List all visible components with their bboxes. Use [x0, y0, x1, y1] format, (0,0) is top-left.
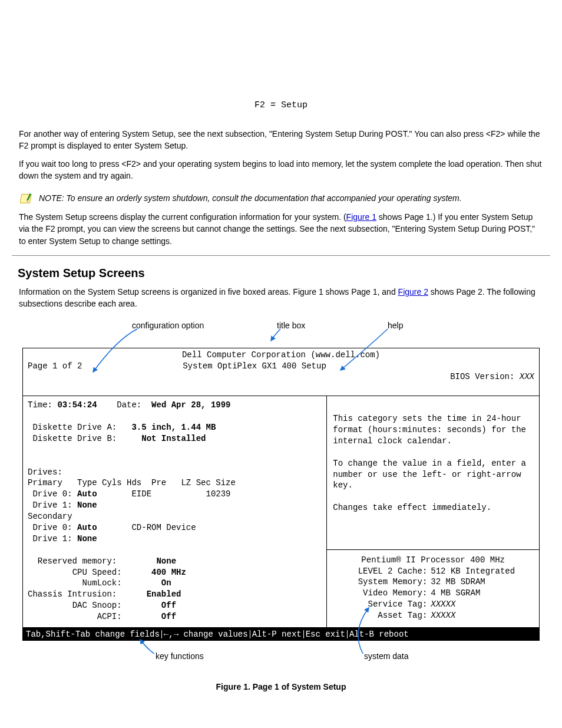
acpi-label: ACPI: — [97, 612, 122, 621]
figure-caption: Figure 1. Page 1 of System Setup — [12, 682, 550, 691]
s-drive0-type[interactable]: Auto — [77, 523, 97, 532]
p-drive0-extra: EIDE 10239 — [131, 489, 230, 499]
bios-version-label: BIOS Version: — [450, 372, 520, 381]
bios-version-value: XXX — [520, 372, 534, 381]
bios-screen: Dell Computer Corporation (www.dell.com)… — [22, 348, 540, 628]
sysmem-value: 32 MB SDRAM — [431, 577, 533, 588]
cpu-speed-label: CPU Speed: — [72, 568, 122, 577]
arrow-sysdata — [345, 608, 375, 655]
numlock-label: NumLock: — [82, 578, 121, 588]
section-heading: System Setup Screens — [18, 266, 550, 280]
drives-header: Drives: — [28, 467, 62, 477]
anno-key-functions: key functions — [156, 651, 204, 661]
dac-value[interactable]: Off — [161, 601, 176, 610]
numlock-value[interactable]: On — [161, 578, 171, 588]
s-drive0-label: Drive 0: — [28, 523, 72, 532]
bios-help-box: This category sets the time in 24-hour f… — [327, 396, 539, 549]
bios-title-box: Dell Computer Corporation (www.dell.com)… — [23, 348, 539, 397]
chassis-label: Chassis Intrusion: — [28, 589, 117, 599]
diskette-a-label: Diskette Drive A: — [32, 423, 117, 432]
svc-value: XXXXX — [431, 599, 533, 610]
arrow-titlebox — [270, 328, 287, 343]
drive-columns: Type Cyls Hds Pre LZ Sec Size — [77, 478, 236, 487]
p-drive1-label: Drive 1: — [28, 500, 72, 510]
s-drive0-extra: CD-ROM Device — [131, 523, 196, 532]
note-text: To ensure an orderly system shutdown, co… — [64, 193, 462, 203]
l2-label: LEVEL 2 Cache: — [333, 566, 431, 577]
vidmem-value: 4 MB SGRAM — [431, 588, 533, 599]
help-p3: Changes take effect immediately. — [333, 503, 491, 512]
bios-title-center: System OptiPlex GX1 400 Setup — [116, 361, 393, 394]
p-drive0-type[interactable]: Auto — [77, 489, 97, 499]
time-value[interactable]: 03:54:24 — [57, 400, 97, 410]
bios-footer-bar: Tab,Shift-Tab change fields←,→ change va… — [22, 628, 540, 641]
p-drive0-label: Drive 0: — [28, 489, 72, 499]
asset-value: XXXXX — [431, 610, 533, 621]
figure-2-link[interactable]: Figure 2 — [398, 287, 428, 297]
resmem-value[interactable]: None — [156, 556, 176, 566]
figure-1-link[interactable]: Figure 1 — [346, 212, 376, 222]
secondary-label: Secondary — [28, 512, 72, 521]
diskette-b-label: Diskette Drive B: — [32, 434, 117, 443]
cpu-speed-value[interactable]: 400 MHz — [151, 568, 186, 577]
footer-altp: Alt-P next — [252, 630, 302, 639]
note-para: NOTE: To ensure an orderly system shutdo… — [19, 192, 543, 205]
date-label: Date: — [117, 400, 141, 410]
sysdata-cpu-line: Pentium® II Processor 400 MHz — [333, 555, 533, 566]
footer-tab: Tab,Shift-Tab change fields — [26, 630, 160, 639]
help-p2: To change the value in a field, enter a … — [333, 459, 531, 490]
primary-label: Primary — [28, 478, 62, 487]
anno-system-data: system data — [364, 651, 408, 661]
sysmem-label: System Memory: — [333, 577, 431, 588]
s-drive1-type[interactable]: None — [77, 534, 97, 543]
s-drive1-label: Drive 1: — [28, 534, 72, 543]
note-icon — [20, 192, 33, 205]
section-para: Information on the System Setup screens … — [19, 286, 543, 310]
diskette-b-value[interactable]: Not Installed — [141, 434, 206, 443]
diskette-a-value[interactable]: 3.5 inch, 1.44 MB — [131, 423, 216, 432]
section-text-1: Information on the System Setup screens … — [19, 287, 398, 297]
horizontal-rule — [12, 255, 550, 256]
resmem-label: Reserved memory: — [38, 556, 117, 566]
footer-esc: Esc exit — [306, 630, 345, 639]
chassis-value[interactable]: Enabled — [147, 589, 181, 599]
date-value[interactable]: Wed Apr 28, 1999 — [151, 400, 230, 410]
dac-label: DAC Snoop: — [72, 601, 122, 610]
help-p1: This category sets the time in 24-hour f… — [333, 414, 531, 446]
bios-title-line1: Dell Computer Corporation (www.dell.com) — [28, 350, 534, 361]
bios-config-column: Time: 03:54:24 Date: Wed Apr 28, 1999 Di… — [23, 396, 327, 627]
intro-para-2: If you wait too long to press <F2> and y… — [19, 158, 543, 182]
f2-prompt: F2 = Setup — [12, 100, 550, 110]
p-drive1-type[interactable]: None — [77, 500, 97, 510]
arrow-config — [111, 328, 146, 375]
bios-page-indicator: Page 1 of 2 — [28, 361, 116, 394]
note-tail-para: The System Setup screens display the cur… — [19, 211, 543, 247]
arrow-help — [352, 328, 399, 375]
intro-para-1: For another way of entering System Setup… — [19, 128, 543, 152]
time-label: Time: — [28, 400, 52, 410]
note-tail-1: The System Setup screens display the cur… — [19, 212, 346, 222]
vidmem-label: Video Memory: — [333, 588, 431, 599]
footer-arrows: ←,→ change values — [164, 630, 248, 639]
l2-value: 512 KB Integrated — [431, 566, 533, 577]
note-label: NOTE: — [39, 193, 64, 203]
acpi-value[interactable]: Off — [161, 612, 176, 621]
